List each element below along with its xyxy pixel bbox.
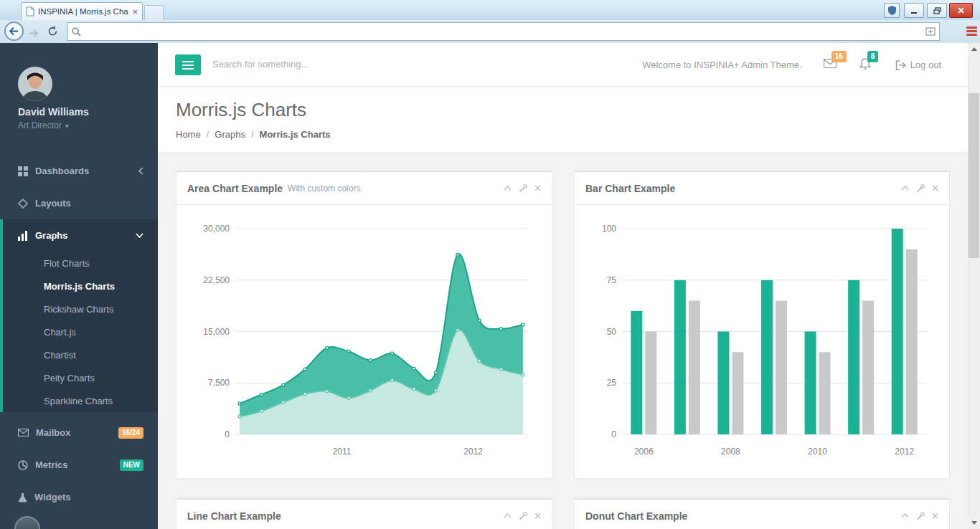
browser-menu-icon[interactable] xyxy=(966,25,977,37)
browser-tab[interactable]: INSPINIA | Morris.js Cha × xyxy=(21,2,143,20)
svg-text:22,500: 22,500 xyxy=(203,275,230,285)
page-title: Morris.js Charts xyxy=(176,99,306,121)
svg-text:2008: 2008 xyxy=(721,447,740,457)
svg-text:75: 75 xyxy=(607,275,617,285)
wrench-icon[interactable] xyxy=(916,184,925,193)
mail-count-badge: 16 xyxy=(831,51,847,62)
bar-chart-icon xyxy=(18,231,28,241)
sidebar-subitem-chartist[interactable]: Chartist xyxy=(3,343,158,366)
close-icon[interactable] xyxy=(932,513,938,519)
panel-title: Bar Chart Example xyxy=(585,183,675,194)
close-icon[interactable] xyxy=(534,185,541,191)
avatar[interactable] xyxy=(18,67,52,101)
refresh-button[interactable] xyxy=(47,26,58,39)
scrollbar-thumb[interactable] xyxy=(969,93,979,258)
browser-titlebar: INSPINIA | Morris.js Cha × xyxy=(0,0,980,20)
panel-header: Bar Chart Example xyxy=(575,172,949,205)
chevron-down-icon xyxy=(136,233,143,238)
forward-arrow-icon xyxy=(29,29,38,37)
bar-chart-panel: Bar Chart Example 0255075100200620082010… xyxy=(574,171,950,479)
breadcrumb-current: Morris.js Charts xyxy=(260,129,331,140)
svg-text:2010: 2010 xyxy=(808,447,827,457)
user-name[interactable]: David Williams xyxy=(18,106,89,118)
breadcrumb-home-link[interactable]: Home xyxy=(176,129,201,140)
scroll-down-button[interactable] xyxy=(968,517,980,529)
sidebar-nav: Dashboards Layouts Graphs Flot Charts Mo… xyxy=(0,155,158,513)
mail-button[interactable]: 16 xyxy=(824,58,838,72)
logout-button[interactable]: Log out xyxy=(895,59,941,70)
sidebar-item-layouts[interactable]: Layouts xyxy=(0,187,158,219)
new-tab-button[interactable] xyxy=(144,5,164,21)
line-chart-panel: Line Chart Example xyxy=(176,498,552,529)
flask-icon xyxy=(18,492,27,502)
sidebar-item-metrics[interactable]: Metrics NEW xyxy=(0,449,158,481)
svg-text:15,000: 15,000 xyxy=(203,327,230,337)
panel-title: Area Chart Example xyxy=(187,183,283,194)
panel-body: 02550751002006200820102012 xyxy=(575,205,949,477)
diamond-icon xyxy=(18,199,28,209)
user-role[interactable]: Art Director ▾ xyxy=(18,120,69,130)
bottom-avatar xyxy=(14,516,40,529)
wrench-icon[interactable] xyxy=(916,512,925,520)
address-bar[interactable] xyxy=(67,22,940,41)
breadcrumb-graphs-link[interactable]: Graphs xyxy=(215,129,245,140)
topbar: Welcome to INSPINIA+ Admin Theme. 16 8 L… xyxy=(158,43,968,87)
collapse-icon[interactable] xyxy=(504,186,512,191)
panel-header: Donut Chart Example xyxy=(575,500,949,529)
svg-text:2011: 2011 xyxy=(333,447,352,457)
sidebar-item-dashboards[interactable]: Dashboards xyxy=(0,155,158,187)
scroll-up-button[interactable] xyxy=(968,43,980,55)
page-content: Area Chart Example With custom colors. 0… xyxy=(158,153,968,529)
sidebar-group-graphs: Graphs Flot Charts Morris.js Charts Rick… xyxy=(0,219,158,412)
metrics-badge: NEW xyxy=(120,459,143,471)
sign-out-icon xyxy=(895,60,906,70)
chevron-left-icon xyxy=(138,167,143,175)
back-button[interactable] xyxy=(4,22,24,41)
collapse-icon[interactable] xyxy=(901,513,909,518)
area-chart-panel: Area Chart Example With custom colors. 0… xyxy=(176,171,552,479)
wrench-icon[interactable] xyxy=(519,184,527,193)
pie-chart-icon xyxy=(18,460,28,470)
welcome-text: Welcome to INSPINIA+ Admin Theme. xyxy=(642,59,801,70)
close-button[interactable] xyxy=(949,3,973,18)
close-icon[interactable] xyxy=(534,513,541,519)
svg-text:2006: 2006 xyxy=(634,447,654,457)
tab-close-icon[interactable]: × xyxy=(132,7,138,16)
shield-icon[interactable] xyxy=(884,3,900,18)
minimize-button[interactable] xyxy=(904,3,924,18)
wrench-icon[interactable] xyxy=(519,512,527,520)
sidebar-toggle-button[interactable] xyxy=(175,54,201,75)
sidebar-item-mailbox[interactable]: Mailbox 16/24 xyxy=(0,416,158,449)
sidebar: David Williams Art Director ▾ Dashboards… xyxy=(0,43,158,529)
sidebar-item-widgets[interactable]: Widgets xyxy=(0,481,158,513)
compatibility-icon[interactable] xyxy=(925,27,936,36)
panel-title: Line Chart Example xyxy=(187,510,281,522)
notifications-button[interactable]: 8 xyxy=(859,58,874,72)
forward-button[interactable] xyxy=(29,27,38,40)
sidebar-subitem-chartjs[interactable]: Chart.js xyxy=(3,320,158,343)
sidebar-item-graphs[interactable]: Graphs xyxy=(3,219,158,252)
collapse-icon[interactable] xyxy=(504,513,512,518)
svg-text:50: 50 xyxy=(607,327,617,337)
breadcrumb: Home / Graphs / Morris.js Charts xyxy=(176,129,331,140)
sidebar-subitem-peity-charts[interactable]: Peity Charts xyxy=(3,366,158,389)
envelope-icon xyxy=(18,429,29,437)
panel-body: 07,50015,00022,50030,00020112012 xyxy=(176,205,552,477)
search-input[interactable] xyxy=(211,58,443,70)
grid-icon xyxy=(18,166,28,176)
sidebar-subitem-sparkline-charts[interactable]: Sparkline Charts xyxy=(3,389,158,412)
collapse-icon[interactable] xyxy=(901,186,909,191)
sidebar-subitem-rickshaw-charts[interactable]: Rickshaw Charts xyxy=(3,297,158,320)
svg-text:30,000: 30,000 xyxy=(203,224,230,234)
address-input[interactable] xyxy=(84,26,923,37)
svg-text:2012: 2012 xyxy=(463,447,483,457)
maximize-button[interactable] xyxy=(927,3,947,18)
sidebar-subitem-flot-charts[interactable]: Flot Charts xyxy=(3,252,158,275)
svg-text:0: 0 xyxy=(225,429,230,439)
sidebar-subitem-morrisjs-charts[interactable]: Morris.js Charts xyxy=(3,275,158,297)
page-heading: Morris.js Charts Home / Graphs / Morris.… xyxy=(158,87,968,153)
svg-text:100: 100 xyxy=(602,224,616,234)
close-icon[interactable] xyxy=(932,185,938,191)
mailbox-badge: 16/24 xyxy=(118,427,143,439)
panel-header: Area Chart Example With custom colors. xyxy=(176,172,552,205)
